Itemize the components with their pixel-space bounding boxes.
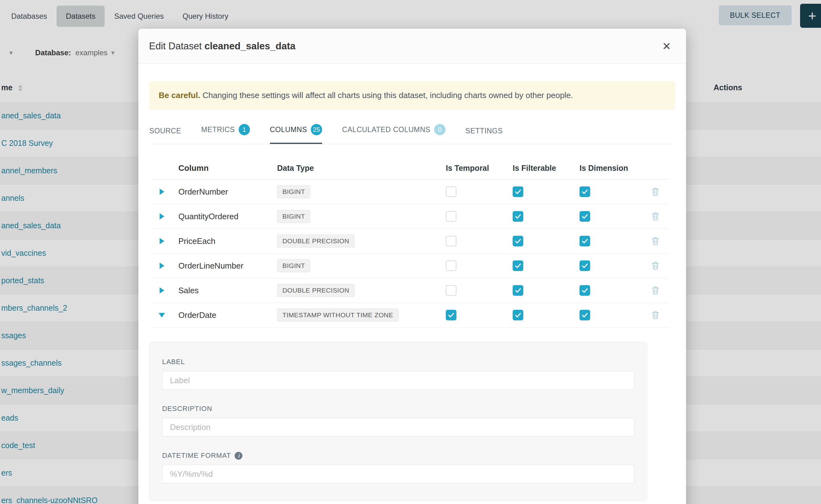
- tab-columns[interactable]: COLUMNS25: [270, 118, 322, 144]
- label-form-group: LABEL: [162, 358, 635, 390]
- columns-table-header: Column Data Type Is Temporal Is Filterab…: [151, 157, 669, 180]
- tab-count-badge: 25: [311, 124, 322, 135]
- is-filterable-checkbox[interactable]: [513, 211, 523, 222]
- tab-settings[interactable]: SETTINGS: [466, 121, 503, 144]
- is-dimension-checkbox[interactable]: [580, 310, 590, 320]
- label-field-label: LABEL: [162, 358, 635, 366]
- description-form-group: DESCRIPTION: [162, 405, 635, 437]
- warning-bold-text: Be careful.: [159, 91, 200, 100]
- datetime-format-form-group: DATETIME FORMAT i: [162, 452, 635, 483]
- tab-label: METRICS: [201, 126, 235, 134]
- is-dimension-checkbox[interactable]: [580, 211, 590, 222]
- column-name: Sales: [173, 286, 276, 295]
- expand-caret-icon[interactable]: [160, 263, 164, 269]
- tab-metrics[interactable]: METRICS1: [201, 118, 250, 144]
- expand-caret-icon[interactable]: [160, 189, 164, 195]
- expand-caret-icon[interactable]: [160, 213, 164, 220]
- column-name: OrderLineNumber: [173, 261, 276, 271]
- delete-column-icon[interactable]: [651, 310, 660, 320]
- is-temporal-header: Is Temporal: [442, 164, 508, 173]
- description-input[interactable]: [162, 418, 635, 437]
- is-dimension-checkbox[interactable]: [580, 260, 590, 271]
- is-dimension-checkbox[interactable]: [580, 285, 590, 296]
- datetime-format-field-label: DATETIME FORMAT: [162, 452, 231, 460]
- column-name: QuantityOrdered: [173, 212, 276, 221]
- data-type-badge: DOUBLE PRECISION: [277, 284, 354, 297]
- data-type-badge: TIMESTAMP WITHOUT TIME ZONE: [277, 309, 398, 322]
- columns-table-body: OrderNumberBIGINTQuantityOrderedBIGINTPr…: [151, 180, 669, 328]
- warning-text: Changing these settings will affect all …: [202, 91, 573, 100]
- column-row: OrderDateTIMESTAMP WITHOUT TIME ZONE: [151, 303, 669, 328]
- column-name: OrderDate: [173, 310, 276, 320]
- tab-label: COLUMNS: [270, 126, 307, 134]
- is-dimension-checkbox[interactable]: [580, 186, 590, 197]
- delete-column-icon[interactable]: [651, 187, 660, 196]
- tab-count-badge: 0: [434, 124, 446, 135]
- data-type-badge: BIGINT: [277, 259, 310, 272]
- delete-column-icon[interactable]: [651, 212, 660, 221]
- datetime-format-input[interactable]: [162, 465, 635, 483]
- data-type-badge: DOUBLE PRECISION: [277, 235, 354, 248]
- tab-label: SOURCE: [149, 127, 181, 135]
- is-dimension-checkbox[interactable]: [580, 236, 590, 246]
- is-temporal-checkbox[interactable]: [446, 310, 457, 320]
- delete-column-icon[interactable]: [651, 236, 660, 246]
- warning-banner: Be careful. Changing these settings will…: [149, 81, 675, 110]
- description-field-label: DESCRIPTION: [162, 405, 635, 413]
- column-row: OrderNumberBIGINT: [151, 180, 669, 204]
- is-filterable-checkbox[interactable]: [513, 186, 523, 197]
- data-type-badge: BIGINT: [277, 185, 310, 198]
- data-type-header: Data Type: [276, 164, 442, 173]
- is-dimension-header: Is Dimension: [575, 164, 642, 173]
- column-name: OrderNumber: [173, 187, 276, 197]
- collapse-caret-icon[interactable]: [159, 313, 165, 318]
- delete-column-icon[interactable]: [651, 286, 660, 295]
- tab-label: SETTINGS: [466, 127, 503, 135]
- is-temporal-checkbox[interactable]: [446, 211, 457, 222]
- is-temporal-checkbox[interactable]: [446, 260, 457, 271]
- is-filterable-checkbox[interactable]: [513, 310, 523, 320]
- tab-source[interactable]: SOURCE: [149, 121, 181, 144]
- delete-column-icon[interactable]: [651, 261, 660, 270]
- modal-tabs: SOURCEMETRICS1COLUMNS25CALCULATED COLUMN…: [149, 118, 675, 144]
- expand-caret-icon[interactable]: [160, 238, 164, 244]
- is-temporal-checkbox[interactable]: [446, 285, 457, 296]
- column-detail-panel: LABEL DESCRIPTION DATETIME FORMAT i: [149, 342, 647, 501]
- modal-header: Edit Dataset cleaned_sales_data ✕: [138, 29, 686, 64]
- label-input[interactable]: [162, 371, 635, 390]
- modal-title: Edit Dataset cleaned_sales_data: [149, 41, 295, 52]
- is-filterable-header: Is Filterable: [508, 164, 575, 173]
- close-icon[interactable]: ✕: [661, 40, 673, 53]
- column-row: QuantityOrderedBIGINT: [151, 204, 669, 229]
- data-type-badge: BIGINT: [277, 210, 310, 223]
- is-filterable-checkbox[interactable]: [513, 260, 523, 271]
- tab-calculated-columns[interactable]: CALCULATED COLUMNS0: [342, 118, 446, 144]
- is-filterable-checkbox[interactable]: [513, 285, 523, 296]
- edit-dataset-modal: Edit Dataset cleaned_sales_data ✕ Be car…: [138, 29, 686, 504]
- is-filterable-checkbox[interactable]: [513, 236, 523, 246]
- tab-label: CALCULATED COLUMNS: [342, 126, 431, 134]
- columns-table: Column Data Type Is Temporal Is Filterab…: [151, 157, 669, 328]
- column-row: PriceEachDOUBLE PRECISION: [151, 229, 669, 254]
- is-temporal-checkbox[interactable]: [446, 236, 457, 246]
- column-name: PriceEach: [173, 236, 276, 246]
- column-row: SalesDOUBLE PRECISION: [151, 278, 669, 303]
- is-temporal-checkbox[interactable]: [446, 186, 457, 197]
- expand-caret-icon[interactable]: [160, 287, 164, 294]
- tab-count-badge: 1: [239, 124, 250, 135]
- column-header: Column: [173, 163, 276, 173]
- info-icon[interactable]: i: [235, 452, 242, 460]
- modal-title-prefix: Edit Dataset: [149, 41, 202, 52]
- modal-title-dataset-name: cleaned_sales_data: [205, 41, 295, 52]
- column-row: OrderLineNumberBIGINT: [151, 254, 669, 278]
